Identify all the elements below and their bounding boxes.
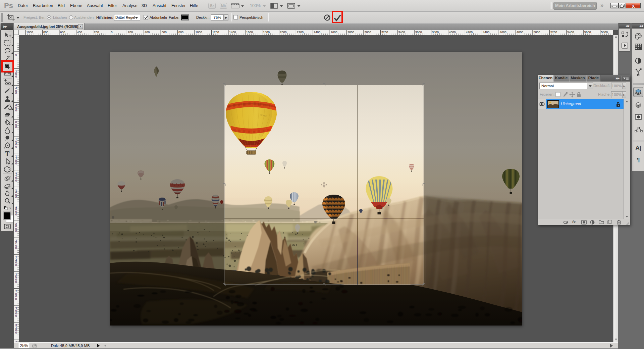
svg-text:5400: 5400 bbox=[567, 31, 574, 34]
svg-text:1800: 1800 bbox=[263, 31, 270, 34]
svg-text:0: 0 bbox=[15, 263, 17, 267]
svg-text:5200: 5200 bbox=[550, 31, 557, 34]
svg-text:0: 0 bbox=[15, 196, 17, 199]
svg-text:1600: 1600 bbox=[246, 31, 253, 34]
svg-text:2800: 2800 bbox=[347, 31, 354, 34]
svg-text:2000: 2000 bbox=[280, 31, 287, 34]
svg-text:5600: 5600 bbox=[584, 31, 591, 34]
svg-text:3600: 3600 bbox=[415, 31, 422, 34]
svg-text:0: 0 bbox=[15, 230, 17, 233]
svg-text:600: 600 bbox=[162, 31, 167, 34]
svg-text:0: 0 bbox=[15, 162, 17, 165]
svg-text:0: 0 bbox=[15, 92, 17, 95]
svg-text:1200: 1200 bbox=[212, 31, 219, 34]
svg-text:4600: 4600 bbox=[500, 31, 506, 34]
svg-text:400: 400 bbox=[145, 31, 150, 34]
svg-text:3800: 3800 bbox=[432, 31, 439, 34]
svg-text:2200: 2200 bbox=[297, 31, 304, 34]
svg-text:3200: 3200 bbox=[381, 31, 388, 34]
svg-text:0: 0 bbox=[15, 75, 17, 78]
svg-text:0: 0 bbox=[111, 31, 113, 34]
svg-text:4200: 4200 bbox=[466, 31, 473, 34]
svg-text:5000: 5000 bbox=[534, 31, 540, 34]
svg-text:0: 0 bbox=[15, 213, 17, 216]
svg-text:5800: 5800 bbox=[601, 31, 608, 34]
svg-text:800: 800 bbox=[178, 31, 183, 34]
svg-text:0: 0 bbox=[15, 331, 17, 334]
svg-text:600: 600 bbox=[60, 31, 65, 34]
svg-text:0: 0 bbox=[15, 126, 17, 129]
svg-text:1000: 1000 bbox=[26, 31, 33, 34]
svg-text:3000: 3000 bbox=[365, 31, 371, 34]
svg-text:0: 0 bbox=[15, 314, 17, 317]
svg-text:0: 0 bbox=[15, 246, 17, 250]
svg-text:200: 200 bbox=[128, 31, 133, 34]
svg-text:2400: 2400 bbox=[314, 31, 320, 34]
svg-text:3400: 3400 bbox=[398, 31, 405, 34]
svg-text:2600: 2600 bbox=[331, 31, 337, 34]
svg-text:0: 0 bbox=[15, 145, 17, 148]
svg-text:800: 800 bbox=[43, 31, 48, 34]
svg-text:0: 0 bbox=[15, 179, 17, 182]
svg-text:4800: 4800 bbox=[517, 31, 523, 34]
svg-text:0: 0 bbox=[15, 297, 17, 301]
svg-text:200: 200 bbox=[94, 31, 99, 34]
svg-text:1000: 1000 bbox=[196, 31, 202, 34]
svg-text:4000: 4000 bbox=[449, 31, 456, 34]
svg-text:0: 0 bbox=[15, 53, 17, 56]
svg-text:400: 400 bbox=[77, 31, 82, 34]
svg-text:1400: 1400 bbox=[229, 31, 236, 34]
svg-text:0: 0 bbox=[15, 280, 17, 284]
svg-text:4400: 4400 bbox=[483, 31, 489, 34]
svg-text:0: 0 bbox=[15, 109, 17, 112]
svg-text:T: T bbox=[5, 150, 10, 157]
